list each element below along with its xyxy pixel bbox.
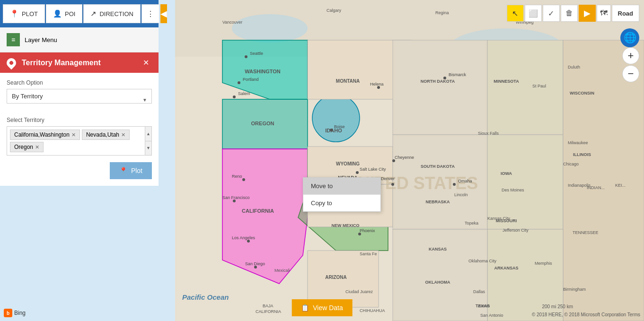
- context-menu: Move to Copy to: [303, 177, 381, 212]
- svg-text:San Francisco: San Francisco: [222, 195, 250, 200]
- direction-icon: ↗: [90, 9, 97, 18]
- zoom-out-button[interactable]: −: [622, 65, 639, 82]
- search-option-dropdown-wrapper: By Territory: [7, 89, 152, 110]
- collapse-button[interactable]: ◀: [160, 4, 167, 23]
- svg-text:San Diego: San Diego: [245, 261, 265, 266]
- svg-text:Bismarck: Bismarck: [449, 72, 467, 77]
- copy-to-item[interactable]: Copy to: [303, 195, 380, 211]
- svg-text:NORTH DAKOTA: NORTH DAKOTA: [421, 79, 455, 84]
- map-icon-button[interactable]: 🗺: [597, 5, 611, 22]
- svg-text:Duluth: Duluth: [568, 65, 580, 69]
- tag-or-remove[interactable]: ✕: [35, 144, 39, 150]
- map-controls: ↖ ⬜ ✓ 🗑 ▶ 🗺 Road: [507, 5, 640, 22]
- view-data-label: View Data: [313, 304, 343, 312]
- delete-button[interactable]: 🗑: [561, 5, 578, 22]
- svg-text:TENNESSEE: TENNESSEE: [573, 230, 599, 235]
- svg-text:Reno: Reno: [232, 174, 242, 179]
- svg-rect-14: [393, 40, 487, 135]
- svg-text:CHIHUAHUA: CHIHUAHUA: [360, 308, 385, 313]
- tag-nv-ut-remove[interactable]: ✕: [121, 132, 125, 138]
- plot-label: PLOT: [22, 10, 38, 17]
- territory-panel: Territory Management ✕ Search Option By …: [0, 52, 159, 186]
- svg-text:MINNESOTA: MINNESOTA: [494, 79, 519, 84]
- select-territory-label: Select Territory: [7, 117, 152, 123]
- svg-text:IOWA: IOWA: [501, 171, 512, 176]
- svg-text:Chicago: Chicago: [563, 162, 579, 166]
- scale-bar: 200 mi 250 km: [542, 304, 573, 309]
- territory-tag-input[interactable]: California,Washington ✕ Nevada,Utah ✕ Or…: [7, 126, 152, 156]
- check-button[interactable]: ✓: [543, 5, 560, 22]
- svg-text:CALIFORNIA: CALIFORNIA: [256, 309, 281, 314]
- bing-label: Bing: [14, 310, 26, 316]
- svg-text:WISCONSIN: WISCONSIN: [570, 91, 594, 95]
- svg-text:ARIZONA: ARIZONA: [325, 275, 347, 280]
- svg-text:Jefferson City: Jefferson City: [503, 228, 529, 233]
- svg-text:BAJA: BAJA: [263, 304, 273, 308]
- tag-ca-wa[interactable]: California,Washington ✕: [10, 130, 80, 140]
- globe-icon[interactable]: 🌐: [620, 28, 639, 47]
- road-label: Road: [618, 10, 634, 17]
- svg-text:Austin: Austin: [478, 304, 490, 308]
- svg-text:MONTANA: MONTANA: [336, 78, 360, 84]
- svg-text:Regina: Regina: [435, 10, 449, 15]
- svg-point-43: [245, 55, 247, 58]
- left-toolbar: 📍 PLOT 👤 POI ↗ DIRECTION ⋮ ◀: [0, 0, 159, 27]
- svg-text:Kansas City: Kansas City: [487, 216, 511, 221]
- svg-text:Portland: Portland: [243, 77, 259, 82]
- svg-text:Lincoln: Lincoln: [454, 192, 468, 197]
- poi-button[interactable]: 👤 POI: [46, 4, 82, 23]
- svg-text:Memphis: Memphis: [535, 261, 552, 266]
- tag-nv-ut[interactable]: Nevada,Utah ✕: [82, 130, 130, 140]
- svg-text:OREGON: OREGON: [251, 121, 274, 126]
- map-ctrl-row-1: ↖ ⬜ ✓ 🗑 ▶ 🗺 Road: [507, 5, 640, 22]
- svg-text:Salt Lake City: Salt Lake City: [360, 167, 386, 172]
- svg-point-6: [312, 95, 360, 142]
- tag-ca-wa-text: California,Washington: [14, 131, 70, 138]
- road-view-button[interactable]: Road: [612, 5, 640, 22]
- tag-ca-wa-remove[interactable]: ✕: [71, 132, 76, 138]
- plot-btn-label: Plot: [131, 167, 142, 174]
- layer-menu[interactable]: ≡ Layer Menu: [0, 27, 159, 52]
- zoom-in-button[interactable]: +: [622, 47, 639, 64]
- tag-scroll-down[interactable]: ▼: [145, 141, 151, 156]
- svg-text:Des Moines: Des Moines: [502, 188, 524, 192]
- plot-button[interactable]: 📍 PLOT: [3, 4, 45, 23]
- search-option-select[interactable]: By Territory: [7, 89, 152, 104]
- plot-territory-button[interactable]: 📍 Plot: [110, 162, 152, 179]
- layer-icon: ≡: [7, 33, 20, 46]
- svg-point-2: [232, 14, 308, 43]
- tag-or[interactable]: Oregon ✕: [10, 142, 44, 152]
- territory-close-button[interactable]: ✕: [140, 57, 152, 68]
- svg-text:KANSAS: KANSAS: [429, 247, 447, 252]
- bing-watermark: b Bing: [4, 309, 26, 317]
- poi-icon: 👤: [53, 9, 62, 18]
- svg-point-47: [233, 95, 236, 98]
- svg-text:Dallas: Dallas: [473, 289, 485, 294]
- svg-point-65: [242, 178, 245, 181]
- svg-point-75: [391, 183, 394, 186]
- svg-text:Omaha: Omaha: [458, 179, 472, 183]
- map-arrow-button[interactable]: ▶: [579, 5, 596, 22]
- view-data-icon: 📋: [301, 304, 309, 312]
- search-option-label: Search Option: [7, 79, 152, 86]
- svg-text:INDIAN...: INDIAN...: [587, 185, 605, 190]
- move-to-item[interactable]: Move to: [303, 178, 380, 194]
- tag-scroll-up[interactable]: ▲: [145, 127, 151, 141]
- tag-or-text: Oregon: [14, 144, 33, 150]
- more-options-button[interactable]: ⋮: [141, 4, 159, 23]
- svg-text:San Antonio: San Antonio: [480, 313, 503, 318]
- svg-text:NEBRASKA: NEBRASKA: [425, 200, 450, 204]
- svg-text:Vancouver: Vancouver: [222, 20, 242, 25]
- svg-text:St Paul: St Paul: [532, 84, 546, 88]
- territory-body: Search Option By Territory Select Territ…: [0, 73, 159, 186]
- box-select-button[interactable]: ⬜: [525, 5, 542, 22]
- cursor-tool-button[interactable]: ↖: [507, 5, 524, 22]
- svg-text:SOUTH DAKOTA: SOUTH DAKOTA: [421, 164, 455, 169]
- view-data-button[interactable]: 📋 View Data: [291, 299, 353, 316]
- svg-text:Los Angeles: Los Angeles: [232, 235, 256, 240]
- territory-header: Territory Management ✕: [0, 52, 159, 73]
- svg-text:Santa Fe: Santa Fe: [360, 252, 377, 256]
- direction-button[interactable]: ↗ DIRECTION: [83, 4, 141, 23]
- svg-text:Salem: Salem: [238, 91, 250, 96]
- svg-text:Helena: Helena: [370, 82, 384, 87]
